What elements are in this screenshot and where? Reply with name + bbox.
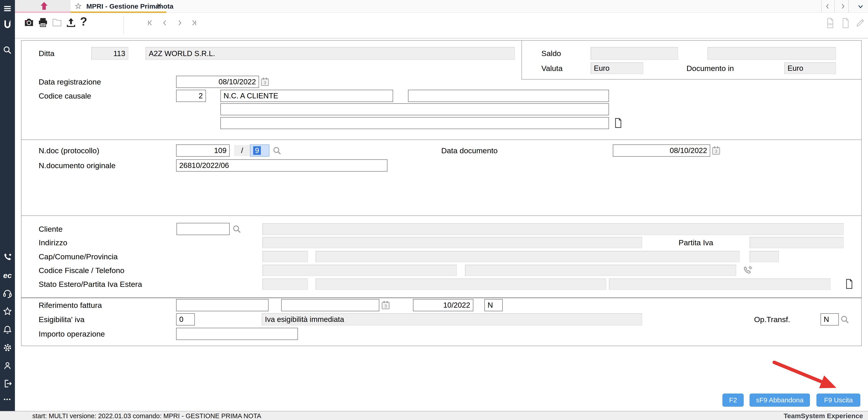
tab-active[interactable]: ☆ MPRI - Gestione Primanota × [70,0,166,13]
provincia-field [749,251,779,262]
data-registrazione-field[interactable]: 08/10/2022 [176,76,259,88]
tab-prev-icon[interactable] [824,3,831,10]
home-icon [39,1,49,11]
cap-field [262,251,308,262]
folder-icon[interactable] [52,17,62,28]
logout-icon[interactable] [2,379,12,389]
importo-operazione-field[interactable] [176,328,298,340]
riferimento-flag-field[interactable]: N [485,299,503,311]
bell-icon[interactable] [2,325,12,335]
codice-causale-extra-field[interactable] [408,90,609,102]
pdf-icon[interactable]: PDF [825,18,835,29]
riferimento-data-field[interactable] [281,299,379,311]
op-transf-search-icon[interactable] [840,314,850,325]
cap-comune-provincia-label: Cap/Comune/Provincia [39,251,118,262]
indirizzo-label: Indirizzo [39,237,67,248]
valuta-label: Valuta [541,62,563,74]
ndoc-search-icon[interactable] [272,146,282,156]
riferimento-periodo-field[interactable]: 10/2022 [413,299,473,311]
esigibilita-code-field[interactable]: 0 [176,313,195,326]
nav-next-icon[interactable] [176,19,184,27]
brand-text: TeamSystem Experience [784,412,863,420]
svg-text:3: 3 [384,304,387,308]
data-registrazione-calendar-icon[interactable]: 3 [260,77,270,87]
tab-close-icon[interactable]: × [156,0,162,11]
stato-estero-field-1 [262,278,308,290]
codice-causale-descr-field[interactable]: N.C. A CLIENTE [220,90,393,102]
nav-last-icon[interactable] [190,19,198,27]
call-phone-icon[interactable] [742,265,753,275]
nav-prev-icon[interactable] [161,19,169,27]
svg-text:3: 3 [715,149,717,154]
op-transf-label: Op.Transf. [754,313,790,326]
stato-estero-field-2 [315,278,606,290]
partita-iva-label: Partita Iva [679,237,713,248]
toolbar: ? PDF [15,13,868,38]
codice-causale-label: Codice causale [39,90,91,102]
tab-list-chevron-down-icon[interactable] [856,3,865,10]
ec-logo[interactable]: ec [2,270,12,280]
ndoc-originale-field[interactable]: 26810/2022/06 [176,159,388,172]
documento-in-label: Documento in [686,62,734,74]
cliente-code-field[interactable] [177,223,230,235]
nav-first-icon[interactable] [146,19,154,27]
saldo-label: Saldo [541,47,561,60]
edit-pencil-icon[interactable] [855,18,866,28]
f2-button[interactable]: F2 [722,394,744,407]
uscita-button[interactable]: F9 Uscita [816,394,860,407]
gear-icon[interactable] [2,343,12,353]
stato-estero-document-icon[interactable] [844,278,854,289]
cliente-search-icon[interactable] [232,224,242,234]
codice-causale-code-field[interactable]: 2 [176,90,206,102]
indirizzo-field [262,237,642,248]
causale-document-icon[interactable] [613,118,623,128]
esigibilita-iva-label: Esigibilita' iva [39,313,85,326]
app-window: ec ••• ☆ [0,0,868,420]
riferimento-numero-field[interactable] [176,299,269,311]
menu-icon[interactable] [2,4,12,13]
importo-operazione-label: Importo operazione [39,328,105,340]
data-registrazione-label: Data registrazione [39,76,101,88]
headset-icon[interactable] [2,289,12,298]
esigibilita-descr-field: Iva esigibilità immediata [262,313,642,326]
data-documento-field[interactable]: 08/10/2022 [613,145,710,157]
ndoc-originale-label: N.documento originale [39,159,116,172]
riferimento-calendar-icon[interactable]: 3 [381,300,390,310]
cliente-name-field [262,223,844,235]
causale-note-field-2[interactable] [220,117,609,129]
tab-star-icon[interactable]: ☆ [74,1,82,11]
tab-home[interactable] [15,0,70,13]
data-documento-calendar-icon[interactable]: 3 [712,145,721,156]
camera-icon[interactable] [24,17,34,28]
print-icon[interactable] [37,17,49,28]
op-transf-field[interactable]: N [820,313,839,326]
teamsystem-logo [2,18,12,31]
more-icon[interactable]: ••• [2,394,12,404]
cliente-label: Cliente [39,223,63,235]
causale-note-field-1[interactable] [220,103,609,115]
ndoc-field[interactable]: 109 [176,145,230,157]
saldo-field-2 [708,47,836,60]
phone-icon[interactable] [2,252,12,263]
documento-in-field: Euro [784,62,836,74]
ndoc-label: N.doc (protocollo) [39,145,99,157]
upload-icon[interactable] [66,17,76,28]
annotation-arrow [764,355,845,400]
abbandona-button[interactable]: sF9 Abbandona [749,394,810,407]
star-icon[interactable] [2,306,12,317]
ndoc-suffix-selection: 9 [253,146,261,155]
partita-iva-field [749,237,844,248]
help-icon[interactable]: ? [80,15,87,28]
ditta-code-field: 113 [91,47,128,60]
ndoc-separator: / [234,145,250,156]
search-icon[interactable] [2,45,12,55]
ditta-label: Ditta [39,47,55,60]
user-icon[interactable] [2,361,12,371]
new-document-icon[interactable] [840,18,851,29]
valuta-field: Euro [591,62,643,74]
tab-bar: ☆ MPRI - Gestione Primanota × [15,0,868,13]
tab-next-icon[interactable] [839,3,846,10]
ditta-name-field: A2Z WORLD S.R.L. [146,47,515,60]
saldo-field-1 [591,47,678,60]
ndoc-suffix-field[interactable]: 9 [250,145,270,157]
